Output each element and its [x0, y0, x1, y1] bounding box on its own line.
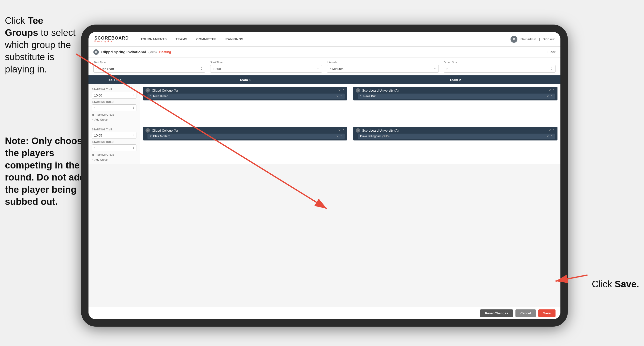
team1-header-1: B Clippd College (A) ✕ ⌃	[146, 88, 344, 93]
player2-controls-1: ✕ ⌃	[547, 95, 552, 98]
team2-entry-2[interactable]: S Scoreboard University (A) ✕ ⌃ Dave Bil…	[353, 127, 558, 140]
nav-committee[interactable]: COMMITTEE	[192, 32, 221, 47]
intervals-label: Intervals	[327, 61, 439, 64]
team1-controls-2: ✕ ⌃	[338, 129, 344, 132]
group-row-2: STARTING TIME: 10:05 ⏱ STARTING HOLE: 1 …	[88, 124, 560, 164]
p1-chevron-1[interactable]: ⌃	[340, 95, 342, 98]
p2-chevron-1[interactable]: ⌃	[550, 95, 552, 98]
remove-group-2[interactable]: 🗑 Remove Group	[92, 153, 136, 156]
add-icon-1: +	[92, 118, 94, 121]
starting-time-input-2[interactable]: 10:05 ⏱	[92, 132, 136, 139]
player1-1[interactable]: 1. Rich Butler ✕ ⌃	[148, 94, 344, 99]
p1-x-2[interactable]: ✕	[336, 135, 338, 138]
team1-cell-1: B Clippd College (A) ✕ ⌃ 1. Rich Butler	[140, 84, 350, 124]
team2-x-2[interactable]: ✕	[549, 129, 551, 132]
player-sub-controls-2: ✕ ⌃	[547, 135, 552, 138]
nav-teams[interactable]: TEAMS	[171, 32, 192, 47]
team2-controls-2: ✕ ⌃	[549, 129, 555, 132]
remove-icon-2: 🗑	[92, 153, 95, 156]
ps-x-2[interactable]: ✕	[547, 135, 549, 138]
col-tee-time: Tee Time	[88, 78, 140, 82]
team1-badge-2: B	[146, 128, 150, 133]
logo-scoreboard: SCOREBOARD	[94, 36, 129, 40]
starting-time-label-2: STARTING TIME:	[92, 128, 136, 131]
team1-x-1[interactable]: ✕	[338, 89, 341, 92]
nav-right: B blair admin | Sign out	[510, 36, 554, 43]
start-time-group: Start Time 10:00 ⏱	[210, 61, 322, 73]
team1-x-2[interactable]: ✕	[338, 129, 341, 132]
starting-time-input-1[interactable]: 10:00 ⏱	[92, 92, 136, 99]
team2-x-1[interactable]: ✕	[549, 89, 551, 92]
team1-name-2: Clippd College (A)	[152, 129, 336, 132]
team1-header-2: B Clippd College (A) ✕ ⌃	[146, 128, 344, 133]
table-area: Tee Time Team 1 Team 2 STARTING TIME: 10…	[88, 75, 560, 307]
player1-name-2: 2. Blair McHarg	[150, 135, 334, 138]
intervals-icon: ⏱	[434, 68, 436, 70]
team1-entry-2[interactable]: B Clippd College (A) ✕ ⌃ 2. Blair McHarg	[143, 127, 347, 140]
tournament-gender: (Men)	[148, 50, 157, 54]
player-sub-2[interactable]: Dave Billingham (SUB) ✕ ⌃	[358, 134, 555, 139]
tablet-frame: SCOREBOARD Powered by clippd TOURNAMENTS…	[81, 24, 568, 327]
start-time-input[interactable]: 10:00 ⏱	[210, 65, 322, 73]
team2-cell-1: S Scoreboard University (A) ✕ ⌃ 1. Rees …	[350, 84, 560, 124]
team2-name-2: Scoreboard University (A)	[362, 129, 547, 132]
nav-tournaments[interactable]: TOURNAMENTS	[136, 32, 171, 47]
time-icon-1: ⏱	[132, 94, 134, 96]
time-icon-2: ⏱	[132, 135, 134, 136]
sub-header: B Clippd Spring Invitational (Men) Hosti…	[88, 47, 560, 57]
hole-chevrons-2: ▲▼	[132, 146, 134, 150]
side-panel-2: STARTING TIME: 10:05 ⏱ STARTING HOLE: 1 …	[88, 124, 140, 164]
hosting-tag: Hosting	[159, 50, 171, 54]
p2-x-1[interactable]: ✕	[547, 95, 549, 98]
player2-1[interactable]: 1. Rees Britt ✕ ⌃	[358, 94, 555, 99]
intervals-group: Intervals 5 Minutes ⏱	[327, 61, 439, 73]
player-sub-name-2: Dave Billingham (SUB)	[360, 135, 545, 138]
team2-header-2: S Scoreboard University (A) ✕ ⌃	[356, 128, 555, 133]
reset-changes-button[interactable]: Reset Changes	[480, 310, 513, 317]
settings-row: Start Type 1st Tee Start ▲▼ Start Time 1…	[88, 57, 560, 75]
side-panel-1: STARTING TIME: 10:00 ⏱ STARTING HOLE: 1 …	[88, 84, 140, 124]
table-header: Tee Time Team 1 Team 2	[88, 75, 560, 84]
back-button[interactable]: Back	[546, 50, 556, 54]
team2-entry-1[interactable]: S Scoreboard University (A) ✕ ⌃ 1. Rees …	[353, 87, 558, 100]
team1-entry-1[interactable]: B Clippd College (A) ✕ ⌃ 1. Rich Butler	[143, 87, 347, 100]
save-button[interactable]: Save	[538, 310, 556, 317]
team2-chevron-1[interactable]: ⌃	[552, 89, 555, 92]
add-icon-2: +	[92, 158, 94, 161]
nav-links: TOURNAMENTS TEAMS COMMITTEE RANKINGS	[136, 32, 510, 47]
user-avatar: B	[510, 36, 518, 43]
group-size-group: Group Size 2 ▲▼	[444, 61, 556, 73]
p1-x-1[interactable]: ✕	[336, 95, 338, 98]
player1-2[interactable]: 2. Blair McHarg ✕ ⌃	[148, 134, 344, 139]
team2-chevron-2[interactable]: ⌃	[552, 129, 555, 132]
add-group-2[interactable]: + Add Group	[92, 158, 136, 161]
start-type-input[interactable]: 1st Tee Start ▲▼	[94, 65, 205, 73]
remove-icon-1: 🗑	[92, 113, 95, 116]
team1-controls-1: ✕ ⌃	[338, 89, 344, 92]
navbar: SCOREBOARD Powered by clippd TOURNAMENTS…	[88, 32, 560, 47]
group-size-input[interactable]: 2 ▲▼	[444, 65, 556, 73]
starting-hole-input-2[interactable]: 1 ▲▼	[92, 144, 136, 151]
player1-controls-2: ✕ ⌃	[336, 135, 342, 138]
tablet-screen: SCOREBOARD Powered by clippd TOURNAMENTS…	[88, 32, 560, 319]
starting-hole-input-1[interactable]: 1 ▲▼	[92, 104, 136, 111]
player1-controls-1: ✕ ⌃	[336, 95, 342, 98]
main-content: Start Type 1st Tee Start ▲▼ Start Time 1…	[88, 57, 560, 319]
group-row-1: STARTING TIME: 10:00 ⏱ STARTING HOLE: 1 …	[88, 84, 560, 124]
nav-rankings[interactable]: RANKINGS	[221, 32, 248, 47]
group-size-label: Group Size	[444, 61, 556, 64]
hole-chevrons-1: ▲▼	[132, 106, 134, 109]
team2-header-1: S Scoreboard University (A) ✕ ⌃	[356, 88, 555, 93]
remove-group-1[interactable]: 🗑 Remove Group	[92, 113, 136, 116]
p1-chevron-2[interactable]: ⌃	[340, 135, 342, 138]
sign-out-link[interactable]: Sign out	[543, 37, 554, 41]
team1-chevron-1[interactable]: ⌃	[342, 89, 344, 92]
team1-chevron-2[interactable]: ⌃	[342, 129, 344, 132]
add-group-1[interactable]: + Add Group	[92, 118, 136, 121]
team1-badge-1: B	[146, 88, 150, 93]
start-time-label: Start Time	[210, 61, 322, 64]
intervals-input[interactable]: 5 Minutes ⏱	[327, 65, 439, 73]
cancel-button[interactable]: Cancel	[516, 310, 536, 317]
tournament-badge: B	[94, 49, 99, 55]
ps-chevron-2[interactable]: ⌃	[550, 135, 552, 138]
